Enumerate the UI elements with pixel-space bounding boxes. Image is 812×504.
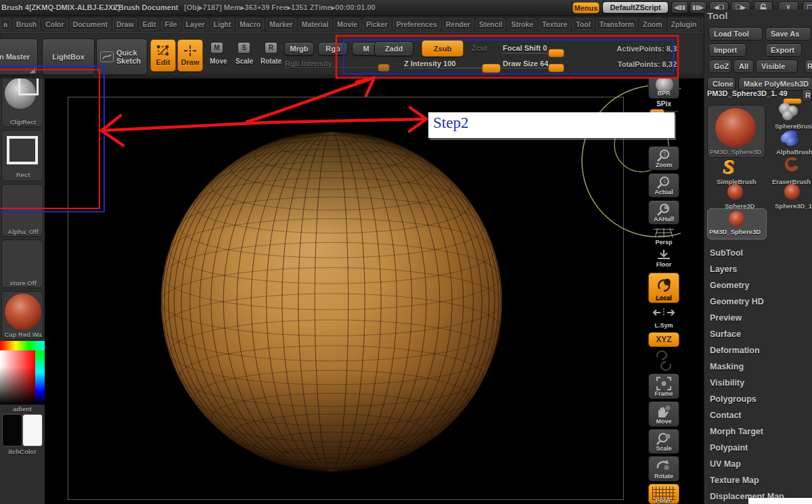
goz-button[interactable]: GoZ (708, 60, 731, 73)
main-color-swatch[interactable] (2, 414, 22, 446)
focal-shift-knob[interactable] (548, 49, 564, 58)
tool-section-header[interactable]: Morph Target (710, 428, 812, 436)
menu-item[interactable]: Brush (13, 18, 40, 30)
tool-section-header[interactable]: SubTool (710, 249, 812, 258)
focal-shift-slider[interactable]: Focal Shift 0 (503, 44, 547, 52)
make-polymesh3d-button[interactable]: Make PolyMesh3D (738, 77, 812, 91)
tool-palette-title[interactable]: Tool (707, 9, 728, 19)
secondary-color-swatch[interactable] (22, 414, 43, 446)
draw-size-knob[interactable] (548, 64, 564, 72)
move-view-button[interactable]: Move (648, 401, 679, 427)
stroke-rect-button[interactable]: Rect (1, 130, 43, 181)
draw-size-slider[interactable]: Draw Size 64 (503, 60, 548, 68)
tool-section-header[interactable]: UV Map (710, 460, 812, 469)
sphere-3d-object[interactable] (160, 129, 505, 475)
actual-button[interactable]: 1 Actual (648, 173, 679, 198)
xyz-button[interactable]: XYZ (648, 332, 679, 347)
hue-strip-top[interactable] (0, 341, 45, 350)
floor-button[interactable]: Floor (648, 249, 679, 269)
tool-section-header[interactable]: Texture Map (710, 476, 812, 485)
export-button[interactable]: Export (765, 43, 802, 57)
menu-item[interactable]: a (0, 18, 11, 30)
frame-button[interactable]: Frame (648, 373, 679, 399)
tool-section-header[interactable]: Contact (710, 411, 812, 420)
goz-visible-button[interactable]: Visible (756, 60, 798, 73)
scroll-left-button[interactable]: ◀▮▮ (671, 1, 688, 14)
default-zscript-button[interactable]: DefaultZScript (602, 1, 669, 14)
quickpick-simplebrush[interactable]: S (723, 156, 745, 177)
stroke-cliprect-button[interactable]: ClipRect (1, 73, 43, 127)
r-button[interactable]: R (805, 60, 812, 73)
menu-item[interactable]: Transform (596, 18, 637, 30)
color-picker[interactable] (0, 341, 45, 405)
z-intensity-slider[interactable]: Z Intensity 100 (404, 60, 455, 68)
rgb-intensity-knob[interactable] (378, 64, 390, 72)
rotate-view-button[interactable]: Rotate (648, 456, 679, 482)
draw-button[interactable]: Draw (177, 39, 203, 72)
move-button[interactable]: M Move (205, 41, 228, 71)
current-tool-preview[interactable]: PM3D_Sphere3D (707, 105, 765, 158)
tool-section-header[interactable]: Preview (710, 314, 812, 323)
menu-item[interactable]: Macro (236, 18, 264, 30)
clone-button[interactable]: Clone (707, 77, 736, 91)
zadd-button[interactable]: Zadd (374, 41, 413, 56)
scale-button[interactable]: S Scale (232, 41, 255, 71)
menu-item[interactable]: Draw (113, 18, 137, 30)
local-button[interactable]: Local (648, 273, 679, 303)
tool-r-chip[interactable]: R (802, 89, 812, 101)
tool-section-header[interactable]: Visibility (710, 379, 812, 388)
menu-item[interactable]: Texture (539, 18, 570, 30)
z-intensity-knob[interactable] (482, 64, 501, 73)
rgb-button[interactable]: Rgb (318, 42, 348, 55)
quickpick-sphere3d[interactable] (727, 184, 743, 200)
tool-section-header[interactable]: Deformation (710, 346, 812, 355)
menu-item[interactable]: Document (70, 18, 111, 30)
material-button[interactable]: Cap Red Wa (1, 291, 43, 340)
menu-item[interactable]: Layer (183, 18, 208, 30)
menu-item[interactable]: Marker (266, 18, 296, 30)
load-tool-button[interactable]: Load Tool (708, 27, 763, 41)
save-as-button[interactable]: Save As (765, 27, 811, 41)
hue-strip-right[interactable] (35, 350, 45, 405)
tool-section-header[interactable]: Geometry (710, 281, 812, 290)
polyframe-button[interactable]: PolyF (648, 484, 679, 504)
lightbox-button[interactable]: LightBox (42, 39, 95, 75)
quickpick-sphere3d-1[interactable] (784, 184, 800, 200)
texture-off-button[interactable]: xture Off (1, 239, 43, 288)
edit-button[interactable]: Edit (150, 39, 176, 72)
aahalf-button[interactable]: AAHalf (648, 200, 679, 225)
tool-section-header[interactable]: Masking (710, 363, 812, 371)
menu-item[interactable]: Edit (139, 18, 160, 30)
gyro-z-icon[interactable] (654, 361, 674, 372)
tool-section-header[interactable]: Polypaint (710, 444, 812, 453)
tool-section-header[interactable]: Polygroups (710, 395, 812, 404)
zoom-button[interactable]: Zoom (648, 146, 679, 170)
quickpick-spherebrush[interactable] (777, 103, 802, 123)
tool-section-header[interactable]: Geometry HD (710, 298, 812, 306)
import-button[interactable]: Import (708, 43, 746, 57)
persp-button[interactable]: Persp (648, 227, 679, 247)
menu-item[interactable]: Render (443, 18, 474, 30)
tool-section-header[interactable]: Layers (710, 265, 812, 274)
zsub-button[interactable]: Zsub (422, 40, 464, 57)
lsym-button[interactable]: L.Sym (648, 306, 679, 330)
quick-sketch-button[interactable]: Quick Sketch (96, 39, 148, 75)
menu-item[interactable]: Stroke (508, 18, 537, 30)
menu-item[interactable]: Zplugin (668, 18, 700, 30)
menu-item[interactable]: Material (298, 18, 332, 30)
quickpick-eraserbrush[interactable] (780, 154, 802, 175)
menu-item[interactable]: Preferences (393, 18, 441, 30)
alpha-off-button[interactable]: Alpha_Off (1, 184, 43, 237)
menu-item[interactable]: Movie (334, 18, 361, 30)
menu-item[interactable]: Stencil (476, 18, 505, 30)
quickpick-pm3d-sphere3d-selected[interactable]: PM3D_Sphere3D (707, 208, 767, 239)
menu-item[interactable]: File (161, 18, 180, 30)
tool-section-header[interactable]: Surface (710, 330, 812, 339)
menu-item[interactable]: Light (210, 18, 235, 30)
menu-item[interactable]: Color (42, 18, 67, 30)
zcut-button[interactable]: Zcut (472, 44, 487, 52)
quickpick-alphabrush[interactable] (779, 130, 800, 147)
gyro-y-icon[interactable] (654, 349, 674, 360)
mrgb-button[interactable]: Mrgb (284, 42, 314, 55)
saturation-square[interactable] (0, 350, 35, 405)
